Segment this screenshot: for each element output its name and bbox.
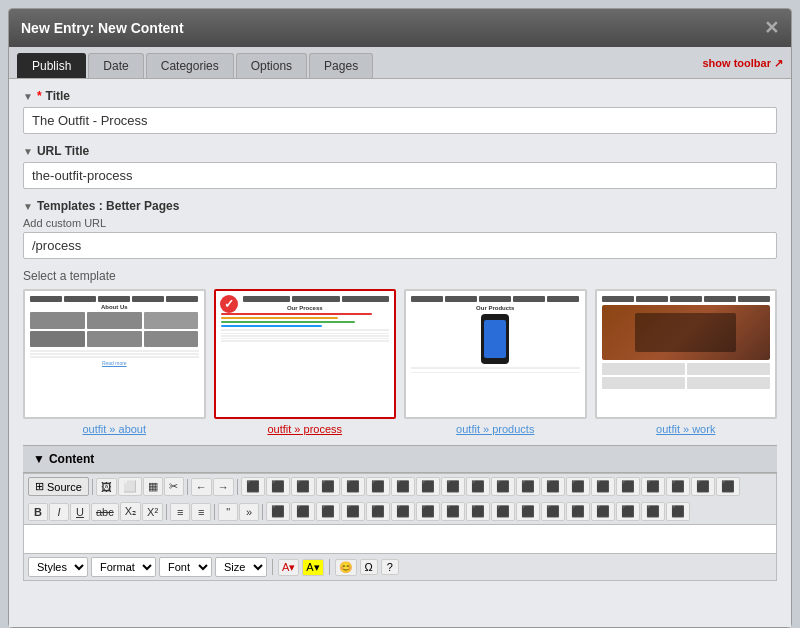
toolbar-b6[interactable]: ⬛ <box>391 502 415 521</box>
tab-date[interactable]: Date <box>88 53 143 78</box>
toolbar-b4[interactable]: ⬛ <box>341 502 365 521</box>
grid-cell <box>602 363 685 375</box>
font-color-btn[interactable]: A▾ <box>278 559 299 576</box>
toolbar-redo[interactable]: → <box>213 478 234 496</box>
source-button[interactable]: ⊞ Source <box>28 477 89 496</box>
phone-body <box>481 314 509 364</box>
template-process[interactable]: ✓ Our Process <box>214 289 397 435</box>
nav-item <box>670 296 702 302</box>
size-select[interactable]: Size <box>215 557 267 577</box>
toolbar-b2[interactable]: ⬛ <box>291 502 315 521</box>
nav-item <box>479 296 511 302</box>
tab-options[interactable]: Options <box>236 53 307 78</box>
toolbar-italic[interactable]: I <box>49 503 69 521</box>
toolbar-btn-sq3[interactable]: ✂ <box>164 477 184 496</box>
line <box>221 329 390 331</box>
tab-publish[interactable]: Publish <box>17 53 86 78</box>
custom-url-input[interactable] <box>23 232 777 259</box>
toolbar-indent[interactable]: » <box>239 503 259 521</box>
toolbar-b14[interactable]: ⬛ <box>591 502 615 521</box>
toolbar-btn-t14[interactable]: ⬛ <box>566 477 590 496</box>
template-about-label[interactable]: outfit » about <box>23 423 206 435</box>
toolbar-b12[interactable]: ⬛ <box>541 502 565 521</box>
custom-url-label: Add custom URL <box>23 217 777 229</box>
title-input[interactable] <box>23 107 777 134</box>
toolbar-btn-sq2[interactable]: ▦ <box>143 477 163 496</box>
editor-content-area[interactable] <box>23 524 777 554</box>
special-char-btn[interactable]: Ω <box>360 559 378 575</box>
format-select[interactable]: Format <box>91 557 156 577</box>
styles-select[interactable]: Styles <box>28 557 88 577</box>
toolbar-btn-t7[interactable]: ⬛ <box>391 477 415 496</box>
toolbar-undo[interactable]: ← <box>191 478 212 496</box>
toolbar-btn-t5[interactable]: ⬛ <box>341 477 365 496</box>
line <box>221 340 390 342</box>
toolbar-subscript[interactable]: X₂ <box>120 502 141 521</box>
toolbar-b10[interactable]: ⬛ <box>491 502 515 521</box>
toolbar-ol[interactable]: ≡ <box>191 503 211 521</box>
toolbar-bold[interactable]: B <box>28 503 48 521</box>
separator <box>92 479 93 495</box>
toolbar-btn-t12[interactable]: ⬛ <box>516 477 540 496</box>
toolbar-superscript[interactable]: X² <box>142 503 163 521</box>
toolbar-btn-sq1[interactable]: ⬜ <box>118 477 142 496</box>
highlight-btn[interactable]: A▾ <box>302 559 323 576</box>
toolbar-btn-t3[interactable]: ⬛ <box>291 477 315 496</box>
toolbar-btn-t19[interactable]: ⬛ <box>691 477 715 496</box>
toolbar-b17[interactable]: ⬛ <box>666 502 690 521</box>
toolbar-btn-t15[interactable]: ⬛ <box>591 477 615 496</box>
toolbar-b9[interactable]: ⬛ <box>466 502 490 521</box>
template-work[interactable]: outfit » work <box>595 289 778 435</box>
toolbar-b13[interactable]: ⬛ <box>566 502 590 521</box>
tab-categories[interactable]: Categories <box>146 53 234 78</box>
template-work-label[interactable]: outfit » work <box>595 423 778 435</box>
smiley-btn[interactable]: 😊 <box>335 559 357 576</box>
template-about[interactable]: About Us Read more <box>23 289 206 435</box>
templates-grid: About Us Read more <box>23 289 777 435</box>
separator <box>262 504 263 520</box>
toolbar-b5[interactable]: ⬛ <box>366 502 390 521</box>
toolbar-ul[interactable]: ≡ <box>170 503 190 521</box>
toolbar-blockquote[interactable]: " <box>218 503 238 521</box>
templates-label: ▼ Templates : Better Pages <box>23 199 777 213</box>
toolbar-btn-t13[interactable]: ⬛ <box>541 477 565 496</box>
show-toolbar-link[interactable]: show toolbar ↗ <box>702 57 783 74</box>
toolbar-b16[interactable]: ⬛ <box>641 502 665 521</box>
nav-item <box>636 296 668 302</box>
toolbar-btn-t11[interactable]: ⬛ <box>491 477 515 496</box>
help-btn[interactable]: ? <box>381 559 399 575</box>
toolbar-b8[interactable]: ⬛ <box>441 502 465 521</box>
photo <box>87 312 142 329</box>
toolbar-btn-t20[interactable]: ⬛ <box>716 477 740 496</box>
grid-cell <box>687 363 770 375</box>
tab-pages[interactable]: Pages <box>309 53 373 78</box>
template-process-label[interactable]: outfit » process <box>214 423 397 435</box>
template-products[interactable]: Our Products outfit » products <box>404 289 587 435</box>
toolbar-btn-t18[interactable]: ⬛ <box>666 477 690 496</box>
toolbar-b3[interactable]: ⬛ <box>316 502 340 521</box>
toolbar-b15[interactable]: ⬛ <box>616 502 640 521</box>
toolbar-btn-t2[interactable]: ⬛ <box>266 477 290 496</box>
show-toolbar-label: show toolbar <box>702 57 770 69</box>
toolbar-btn-t4[interactable]: ⬛ <box>316 477 340 496</box>
arrow-icon: ▼ <box>23 146 33 157</box>
toolbar-btn-t9[interactable]: ⬛ <box>441 477 465 496</box>
toolbar-b7[interactable]: ⬛ <box>416 502 440 521</box>
toolbar-btn-t16[interactable]: ⬛ <box>616 477 640 496</box>
nav-item <box>132 296 164 302</box>
url-title-input[interactable] <box>23 162 777 189</box>
template-thumb-about: About Us Read more <box>23 289 206 419</box>
toolbar-underline[interactable]: U <box>70 503 90 521</box>
font-select[interactable]: Font <box>159 557 212 577</box>
toolbar-btn-t6[interactable]: ⬛ <box>366 477 390 496</box>
toolbar-btn-t8[interactable]: ⬛ <box>416 477 440 496</box>
template-products-label[interactable]: outfit » products <box>404 423 587 435</box>
toolbar-b11[interactable]: ⬛ <box>516 502 540 521</box>
toolbar-btn-t17[interactable]: ⬛ <box>641 477 665 496</box>
toolbar-btn-t10[interactable]: ⬛ <box>466 477 490 496</box>
toolbar-b1[interactable]: ⬛ <box>266 502 290 521</box>
toolbar-btn-img[interactable]: 🖼 <box>96 478 117 496</box>
work-nav <box>602 296 771 302</box>
toolbar-btn-t1[interactable]: ⬛ <box>241 477 265 496</box>
toolbar-strikethrough[interactable]: abc <box>91 503 119 521</box>
